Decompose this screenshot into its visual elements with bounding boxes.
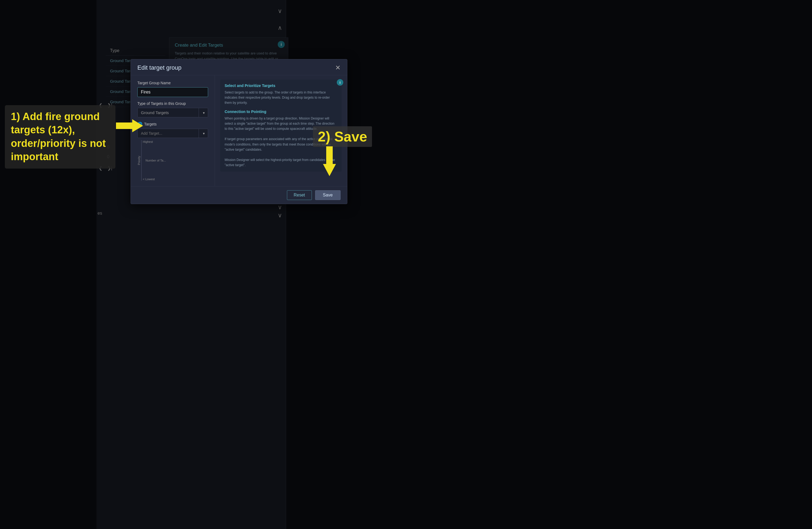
- number-of-targets-label: Number of Ta...: [145, 159, 166, 162]
- info-section2-title: Connection to Pointing: [224, 110, 337, 114]
- save-button[interactable]: Save: [315, 190, 340, 200]
- info-section1-title: Select and Prioritize Targets: [224, 84, 337, 88]
- info-section1-text: Select targets to add to the group. The …: [224, 90, 337, 106]
- modal-overlay: [0, 0, 812, 529]
- modal-title: Edit target group: [137, 64, 182, 71]
- modal-close-button[interactable]: ✕: [335, 65, 340, 71]
- modal-header: Edit target group ✕: [131, 59, 347, 75]
- svg-marker-0: [116, 119, 143, 132]
- target-group-name-label: Target Group Name: [137, 81, 208, 85]
- priority-highest-label: Highest: [143, 140, 153, 143]
- type-targets-select[interactable]: Ground Targets: [137, 108, 208, 117]
- target-group-name-input[interactable]: [137, 87, 208, 97]
- modal-form: Target Group Name Type of Targets in thi…: [131, 75, 215, 186]
- svg-marker-1: [323, 146, 336, 176]
- reset-button[interactable]: Reset: [287, 190, 312, 200]
- modal-footer: Reset Save: [131, 186, 347, 204]
- add-target-input[interactable]: [137, 129, 208, 138]
- info-panel-icon: i: [337, 79, 343, 86]
- priority-lowest-label: < Lowest: [143, 177, 155, 181]
- annotation-left-box: 1) Add fire ground targets (12x), order/…: [5, 105, 115, 169]
- yellow-arrow-right: [116, 118, 143, 133]
- yellow-arrow-down: [322, 146, 337, 176]
- type-targets-label: Type of Targets in this Group: [137, 101, 208, 106]
- annotation-text: 1) Add fire ground targets (12x), order/…: [11, 110, 110, 164]
- annotation-save-label: 2) Save: [313, 126, 372, 147]
- targets-section-label: 🌐 Targets: [137, 122, 208, 127]
